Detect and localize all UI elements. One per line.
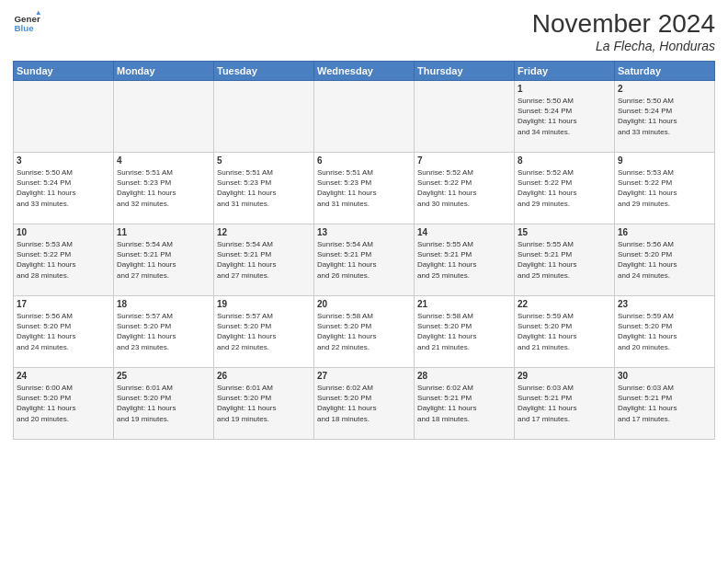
calendar-week-1: 1Sunrise: 5:50 AM Sunset: 5:24 PM Daylig…	[14, 81, 715, 153]
page: General Blue November 2024 La Flecha, Ho…	[0, 0, 728, 563]
day-number: 27	[317, 371, 411, 381]
calendar-day: 20Sunrise: 5:58 AM Sunset: 5:20 PM Dayli…	[314, 296, 415, 368]
day-number: 1	[518, 84, 611, 94]
calendar-day: 28Sunrise: 6:02 AM Sunset: 5:21 PM Dayli…	[415, 368, 515, 440]
calendar-day: 1Sunrise: 5:50 AM Sunset: 5:24 PM Daylig…	[515, 81, 615, 153]
day-info: Sunrise: 5:56 AM Sunset: 5:20 PM Dayligh…	[17, 311, 110, 352]
calendar-day	[314, 81, 415, 153]
calendar-day: 21Sunrise: 5:58 AM Sunset: 5:20 PM Dayli…	[415, 296, 515, 368]
svg-text:Blue: Blue	[15, 23, 35, 33]
day-number: 24	[17, 371, 110, 381]
calendar-week-3: 10Sunrise: 5:53 AM Sunset: 5:22 PM Dayli…	[14, 224, 715, 296]
calendar-day: 9Sunrise: 5:53 AM Sunset: 5:22 PM Daylig…	[615, 153, 715, 224]
calendar-week-4: 17Sunrise: 5:56 AM Sunset: 5:20 PM Dayli…	[14, 296, 715, 368]
calendar-day	[114, 81, 214, 153]
header-monday: Monday	[114, 62, 214, 81]
month-title: November 2024	[532, 9, 715, 39]
calendar-day: 18Sunrise: 5:57 AM Sunset: 5:20 PM Dayli…	[114, 296, 214, 368]
calendar-day: 16Sunrise: 5:56 AM Sunset: 5:20 PM Dayli…	[615, 224, 715, 296]
day-number: 22	[518, 299, 611, 309]
calendar-day: 15Sunrise: 5:55 AM Sunset: 5:21 PM Dayli…	[515, 224, 615, 296]
calendar-day: 25Sunrise: 6:01 AM Sunset: 5:20 PM Dayli…	[114, 368, 214, 440]
day-number: 13	[317, 227, 411, 237]
day-info: Sunrise: 6:02 AM Sunset: 5:20 PM Dayligh…	[317, 383, 411, 424]
day-number: 18	[117, 299, 210, 309]
day-info: Sunrise: 5:53 AM Sunset: 5:22 PM Dayligh…	[17, 239, 110, 281]
calendar-day: 24Sunrise: 6:00 AM Sunset: 5:20 PM Dayli…	[14, 368, 114, 440]
day-number: 12	[217, 227, 311, 237]
calendar-day: 14Sunrise: 5:55 AM Sunset: 5:21 PM Dayli…	[415, 224, 515, 296]
day-info: Sunrise: 6:02 AM Sunset: 5:21 PM Dayligh…	[417, 383, 511, 424]
day-info: Sunrise: 5:53 AM Sunset: 5:22 PM Dayligh…	[618, 167, 711, 209]
calendar-day: 10Sunrise: 5:53 AM Sunset: 5:22 PM Dayli…	[14, 224, 114, 296]
calendar-day: 22Sunrise: 5:59 AM Sunset: 5:20 PM Dayli…	[515, 296, 615, 368]
day-number: 7	[417, 155, 511, 166]
header-friday: Friday	[515, 62, 615, 81]
header-saturday: Saturday	[615, 62, 715, 81]
day-info: Sunrise: 5:50 AM Sunset: 5:24 PM Dayligh…	[17, 167, 110, 209]
calendar-day	[214, 81, 314, 153]
calendar-day	[415, 81, 515, 153]
header-thursday: Thursday	[415, 62, 515, 81]
logo: General Blue	[13, 9, 40, 37]
day-number: 17	[17, 299, 110, 309]
calendar-day: 3Sunrise: 5:50 AM Sunset: 5:24 PM Daylig…	[14, 153, 114, 224]
logo-icon: General Blue	[13, 9, 40, 37]
calendar-day: 11Sunrise: 5:54 AM Sunset: 5:21 PM Dayli…	[114, 224, 214, 296]
calendar-day: 29Sunrise: 6:03 AM Sunset: 5:21 PM Dayli…	[515, 368, 615, 440]
day-number: 29	[518, 371, 611, 381]
day-number: 28	[417, 371, 511, 381]
calendar-day: 12Sunrise: 5:54 AM Sunset: 5:21 PM Dayli…	[214, 224, 314, 296]
calendar-day: 13Sunrise: 5:54 AM Sunset: 5:21 PM Dayli…	[314, 224, 415, 296]
day-number: 10	[17, 227, 110, 237]
day-info: Sunrise: 6:01 AM Sunset: 5:20 PM Dayligh…	[117, 383, 210, 424]
day-info: Sunrise: 5:59 AM Sunset: 5:20 PM Dayligh…	[518, 311, 611, 352]
calendar-week-2: 3Sunrise: 5:50 AM Sunset: 5:24 PM Daylig…	[14, 153, 715, 224]
day-number: 9	[618, 155, 711, 166]
calendar-day: 8Sunrise: 5:52 AM Sunset: 5:22 PM Daylig…	[515, 153, 615, 224]
day-info: Sunrise: 5:52 AM Sunset: 5:22 PM Dayligh…	[417, 167, 511, 209]
svg-marker-2	[37, 11, 41, 16]
day-info: Sunrise: 6:03 AM Sunset: 5:21 PM Dayligh…	[518, 383, 611, 424]
calendar-table: Sunday Monday Tuesday Wednesday Thursday…	[13, 61, 715, 440]
day-info: Sunrise: 5:55 AM Sunset: 5:21 PM Dayligh…	[518, 239, 611, 281]
svg-text:General: General	[15, 14, 41, 24]
day-number: 15	[518, 227, 611, 237]
day-info: Sunrise: 6:03 AM Sunset: 5:21 PM Dayligh…	[618, 383, 711, 424]
header-sunday: Sunday	[14, 62, 114, 81]
day-info: Sunrise: 5:54 AM Sunset: 5:21 PM Dayligh…	[217, 239, 311, 281]
calendar-day: 19Sunrise: 5:57 AM Sunset: 5:20 PM Dayli…	[214, 296, 314, 368]
day-number: 4	[117, 155, 210, 166]
calendar-day: 7Sunrise: 5:52 AM Sunset: 5:22 PM Daylig…	[415, 153, 515, 224]
day-number: 3	[17, 155, 110, 166]
header: General Blue November 2024 La Flecha, Ho…	[13, 9, 715, 53]
day-info: Sunrise: 5:50 AM Sunset: 5:24 PM Dayligh…	[518, 96, 611, 137]
day-number: 8	[518, 155, 611, 166]
day-number: 2	[618, 84, 711, 94]
day-number: 26	[217, 371, 311, 381]
calendar-day: 4Sunrise: 5:51 AM Sunset: 5:23 PM Daylig…	[114, 153, 214, 224]
day-info: Sunrise: 5:51 AM Sunset: 5:23 PM Dayligh…	[117, 167, 210, 209]
day-number: 16	[618, 227, 711, 237]
day-info: Sunrise: 5:58 AM Sunset: 5:20 PM Dayligh…	[417, 311, 511, 352]
day-info: Sunrise: 5:54 AM Sunset: 5:21 PM Dayligh…	[117, 239, 210, 281]
calendar-day: 27Sunrise: 6:02 AM Sunset: 5:20 PM Dayli…	[314, 368, 415, 440]
day-info: Sunrise: 5:57 AM Sunset: 5:20 PM Dayligh…	[117, 311, 210, 352]
title-block: November 2024 La Flecha, Honduras	[532, 9, 715, 53]
day-number: 21	[417, 299, 511, 309]
calendar-day: 6Sunrise: 5:51 AM Sunset: 5:23 PM Daylig…	[314, 153, 415, 224]
day-info: Sunrise: 6:01 AM Sunset: 5:20 PM Dayligh…	[217, 383, 311, 424]
day-info: Sunrise: 5:54 AM Sunset: 5:21 PM Dayligh…	[317, 239, 411, 281]
calendar-day: 23Sunrise: 5:59 AM Sunset: 5:20 PM Dayli…	[615, 296, 715, 368]
day-info: Sunrise: 5:51 AM Sunset: 5:23 PM Dayligh…	[317, 167, 411, 209]
weekday-header-row: Sunday Monday Tuesday Wednesday Thursday…	[14, 62, 715, 81]
day-number: 20	[317, 299, 411, 309]
day-info: Sunrise: 5:50 AM Sunset: 5:24 PM Dayligh…	[618, 96, 711, 137]
calendar-day: 26Sunrise: 6:01 AM Sunset: 5:20 PM Dayli…	[214, 368, 314, 440]
day-number: 14	[417, 227, 511, 237]
calendar-day: 2Sunrise: 5:50 AM Sunset: 5:24 PM Daylig…	[615, 81, 715, 153]
day-number: 19	[217, 299, 311, 309]
day-info: Sunrise: 5:56 AM Sunset: 5:20 PM Dayligh…	[618, 239, 711, 281]
day-info: Sunrise: 5:58 AM Sunset: 5:20 PM Dayligh…	[317, 311, 411, 352]
day-number: 23	[618, 299, 711, 309]
